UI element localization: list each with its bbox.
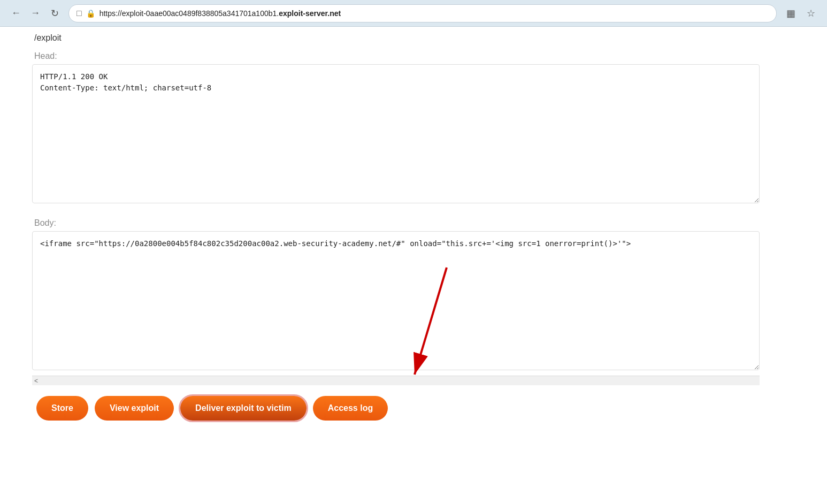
reload-button[interactable]: ↻: [47, 6, 62, 21]
nav-buttons: ← → ↻: [9, 6, 62, 21]
shield-icon: □: [76, 9, 82, 18]
access-log-button[interactable]: Access log: [313, 396, 388, 421]
store-button[interactable]: Store: [36, 396, 88, 421]
scroll-left-icon: <: [34, 377, 38, 385]
head-textarea[interactable]: HTTP/1.1 200 OK Content-Type: text/html;…: [32, 64, 760, 203]
annotation-container: Store View exploit Deliver exploit to vi…: [32, 385, 760, 431]
body-label: Body:: [32, 218, 760, 228]
page-inner: /exploit Head: HTTP/1.1 200 OK Content-T…: [21, 27, 770, 463]
view-exploit-button[interactable]: View exploit: [95, 396, 174, 421]
scroll-indicator: <: [32, 376, 760, 385]
browser-actions: ▦ ☆: [783, 6, 818, 21]
bookmark-button[interactable]: ☆: [803, 6, 818, 21]
forward-button[interactable]: →: [28, 6, 43, 21]
body-textarea[interactable]: <iframe src="https://0a2800e004b5f84c802…: [32, 231, 760, 370]
url-prefix: https://exploit-0aae00ac0489f838805a3417…: [99, 9, 279, 18]
back-button[interactable]: ←: [9, 6, 24, 21]
lock-icon: 🔒: [86, 9, 95, 18]
deliver-exploit-button[interactable]: Deliver exploit to victim: [180, 396, 307, 421]
url-domain: exploit-server.net: [279, 9, 341, 18]
qr-button[interactable]: ▦: [783, 6, 798, 21]
address-bar[interactable]: □ 🔒 https://exploit-0aae00ac0489f838805a…: [68, 4, 777, 22]
browser-chrome: ← → ↻ □ 🔒 https://exploit-0aae00ac0489f8…: [0, 0, 827, 27]
head-label: Head:: [32, 51, 760, 61]
body-box-container: <iframe src="https://0a2800e004b5f84c802…: [32, 231, 760, 385]
path-text: /exploit: [34, 27, 760, 51]
address-url: https://exploit-0aae00ac0489f838805a3417…: [99, 9, 769, 18]
content-area: /exploit Head: HTTP/1.1 200 OK Content-T…: [0, 27, 827, 504]
buttons-section: Store View exploit Deliver exploit to vi…: [34, 385, 760, 431]
